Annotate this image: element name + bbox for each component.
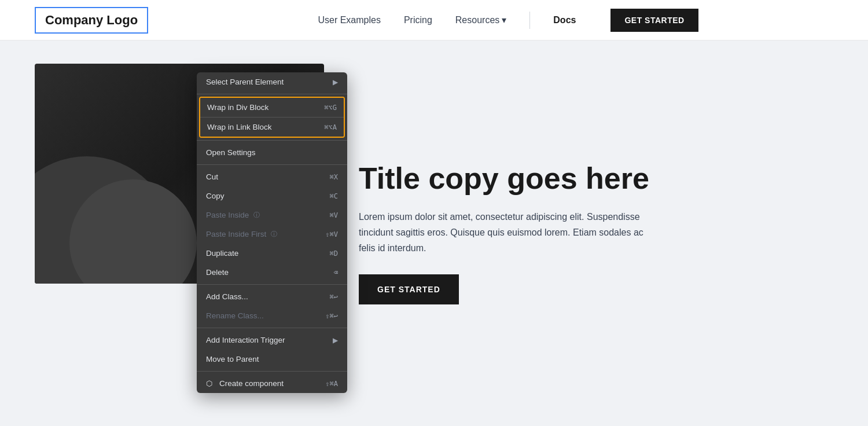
menu-separator-2 <box>197 140 347 141</box>
nav-resources[interactable]: Resources ▾ <box>455 14 506 25</box>
hero-cta-button[interactable]: GET STARTED <box>359 274 459 304</box>
chevron-right-icon: ▶ <box>333 78 338 86</box>
menu-wrap-link-shortcut: ⌘⌥A <box>324 123 337 131</box>
info-icon-2: ⓘ <box>271 230 277 238</box>
nav-pricing[interactable]: Pricing <box>404 15 432 25</box>
menu-rename-class-shortcut: ⇧⌘↩ <box>325 312 338 320</box>
menu-open-settings-label: Open Settings <box>206 148 256 157</box>
menu-copy[interactable]: Copy ⌘C <box>197 186 347 205</box>
chevron-right-icon-2: ▶ <box>333 336 338 344</box>
menu-select-parent-label: Select Parent Element <box>206 78 284 86</box>
hero-text-panel: Title copy goes here Lorem ipsum dolor s… <box>347 58 833 409</box>
page-wrapper: Company Logo User Examples Pricing Resou… <box>0 0 868 426</box>
menu-duplicate-shortcut: ⌘D <box>330 249 338 258</box>
menu-duplicate-label: Duplicate <box>206 249 238 258</box>
menu-paste-inside-first-shortcut: ⇧⌘V <box>325 230 338 238</box>
menu-rename-class-label: Rename Class... <box>206 311 264 320</box>
nav-cta-button[interactable]: GET STARTED <box>610 9 698 32</box>
menu-select-parent[interactable]: Select Parent Element ▶ <box>197 72 347 91</box>
menu-create-component-shortcut: ⇧⌘A <box>325 380 338 388</box>
navbar: Company Logo User Examples Pricing Resou… <box>0 0 868 41</box>
menu-paste-inside: Paste Inside ⓘ ⌘V <box>197 205 347 225</box>
menu-separator-5 <box>197 328 347 328</box>
menu-add-class[interactable]: Add Class... ⌘↩ <box>197 287 347 306</box>
navbar-nav: User Examples Pricing Resources ▾ Docs G… <box>183 9 833 32</box>
menu-separator-6 <box>197 371 347 372</box>
menu-paste-inside-first: Paste Inside First ⓘ ⇧⌘V <box>197 225 347 244</box>
nav-resources-label: Resources <box>455 15 499 25</box>
menu-wrap-div[interactable]: Wrap in Div Block ⌘⌥G <box>200 98 344 117</box>
component-icon: ⬡ <box>206 379 212 388</box>
menu-rename-class: Rename Class... ⇧⌘↩ <box>197 306 347 325</box>
hero-body: Lorem ipsum dolor sit amet, consectetur … <box>359 209 648 256</box>
hero-title: Title copy goes here <box>359 162 822 195</box>
menu-wrap-link[interactable]: Wrap in Link Block ⌘⌥A <box>200 117 344 137</box>
menu-separator-3 <box>197 164 347 165</box>
info-icon: ⓘ <box>253 211 260 219</box>
company-logo[interactable]: Company Logo <box>35 7 148 34</box>
context-menu: Select Parent Element ▶ Wrap in Div Bloc… <box>197 72 347 393</box>
menu-move-to-parent[interactable]: Move to Parent <box>197 350 347 369</box>
menu-add-class-shortcut: ⌘↩ <box>330 293 338 301</box>
menu-delete-shortcut: ⌫ <box>334 269 338 277</box>
menu-cut-label: Cut <box>206 172 218 181</box>
nav-user-examples[interactable]: User Examples <box>318 15 380 25</box>
menu-add-class-label: Add Class... <box>206 292 248 301</box>
nav-divider <box>529 12 530 29</box>
menu-add-interaction[interactable]: Add Interaction Trigger ▶ <box>197 330 347 350</box>
chevron-down-icon: ▾ <box>502 14 506 25</box>
menu-wrap-div-label: Wrap in Div Block <box>207 103 269 112</box>
menu-open-settings[interactable]: Open Settings <box>197 143 347 162</box>
menu-copy-label: Copy <box>206 192 225 200</box>
menu-add-interaction-label: Add Interaction Trigger <box>206 336 285 344</box>
menu-paste-inside-shortcut: ⌘V <box>330 211 338 219</box>
menu-duplicate[interactable]: Duplicate ⌘D <box>197 244 347 263</box>
menu-cut-shortcut: ⌘X <box>330 173 338 181</box>
menu-separator-1 <box>197 94 347 94</box>
main-content: Title copy goes here Lorem ipsum dolor s… <box>0 41 868 426</box>
wrap-highlight-group: Wrap in Div Block ⌘⌥G Wrap in Link Block… <box>199 97 345 138</box>
menu-create-component-label: ⬡ Create component <box>206 379 284 388</box>
menu-delete-label: Delete <box>206 268 229 277</box>
menu-wrap-link-label: Wrap in Link Block <box>207 123 272 131</box>
nav-docs[interactable]: Docs <box>553 15 576 25</box>
menu-separator-4 <box>197 284 347 285</box>
menu-wrap-div-shortcut: ⌘⌥G <box>324 104 337 112</box>
menu-move-to-parent-label: Move to Parent <box>206 355 259 363</box>
menu-create-component[interactable]: ⬡ Create component ⇧⌘A <box>197 374 347 393</box>
menu-copy-shortcut: ⌘C <box>330 192 338 200</box>
menu-paste-inside-label: Paste Inside ⓘ <box>206 211 260 219</box>
menu-paste-inside-first-label: Paste Inside First ⓘ <box>206 230 277 238</box>
menu-delete[interactable]: Delete ⌫ <box>197 263 347 282</box>
menu-cut[interactable]: Cut ⌘X <box>197 167 347 186</box>
